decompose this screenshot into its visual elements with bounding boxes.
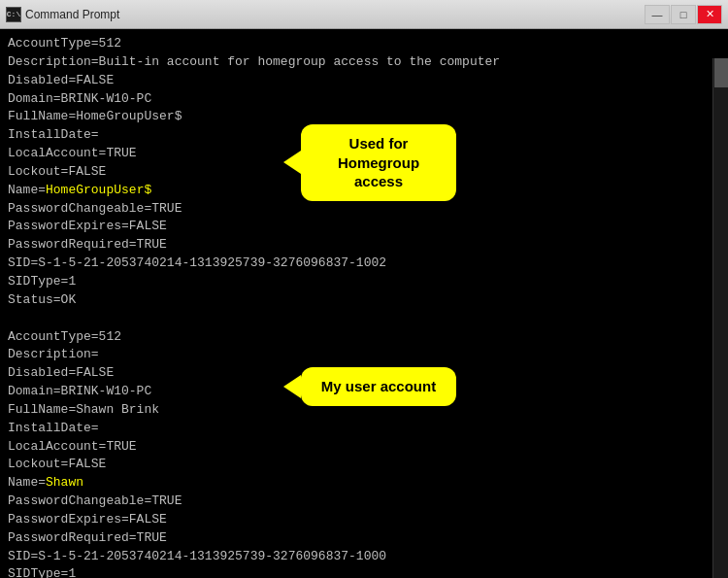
minimize-button[interactable]: — xyxy=(645,5,670,24)
scrollbar[interactable] xyxy=(712,58,728,578)
titlebar-left: C:\ Command Prompt xyxy=(6,7,119,22)
window-controls: — □ ✕ xyxy=(645,5,722,24)
terminal-body: AccountType=512 Description=Built-in acc… xyxy=(0,29,728,578)
account2-block: AccountType=512 Description= Disabled=FA… xyxy=(8,328,720,579)
callout-homegroup-line2: Homegroup access xyxy=(338,154,419,190)
titlebar: C:\ Command Prompt — □ ✕ xyxy=(0,0,728,29)
scrollbar-thumb[interactable] xyxy=(714,58,728,87)
account1-name-highlight: HomeGroupUser$ xyxy=(46,183,151,197)
app-icon: C:\ xyxy=(6,7,21,22)
separator1 xyxy=(8,310,720,328)
maximize-button[interactable]: □ xyxy=(671,5,696,24)
close-button[interactable]: ✕ xyxy=(697,5,722,24)
callout-myaccount: My user account xyxy=(301,367,456,406)
callout-homegroup: Used for Homegroup access xyxy=(301,124,456,201)
callout-myaccount-line1: My user account xyxy=(321,378,436,394)
window-title: Command Prompt xyxy=(25,8,119,21)
account2-name-highlight: Shawn xyxy=(46,475,83,490)
callout-homegroup-line1: Used for xyxy=(349,135,409,152)
